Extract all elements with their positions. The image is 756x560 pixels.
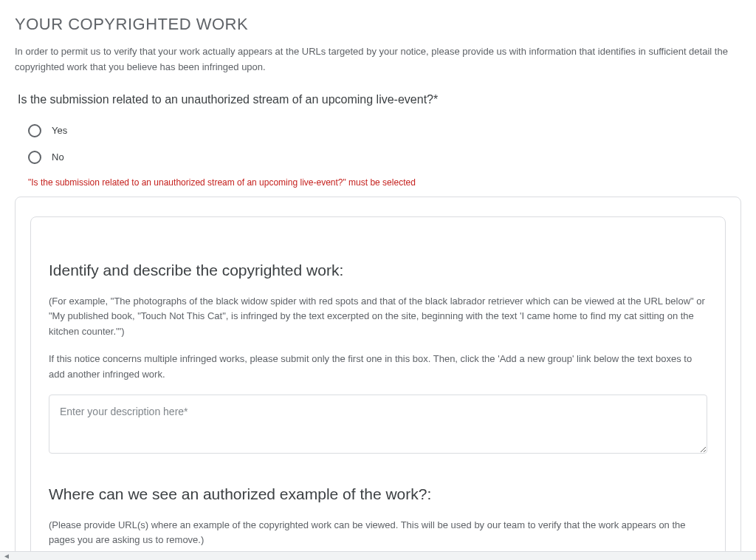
radio-circle-icon xyxy=(28,151,41,164)
scroll-left-icon: ◄ xyxy=(3,552,10,560)
live-event-question-label: Is the submission related to an unauthor… xyxy=(18,93,741,106)
live-event-radio-group: Yes No xyxy=(28,124,741,164)
description-input[interactable] xyxy=(49,395,707,454)
radio-label-yes: Yes xyxy=(52,125,67,136)
horizontal-scrollbar[interactable]: ◄ xyxy=(0,551,756,560)
inner-form-section: Identify and describe the copyrighted wo… xyxy=(30,216,726,560)
authorized-heading: Where can we see an authorized example o… xyxy=(49,485,707,503)
radio-label-no: No xyxy=(52,151,64,163)
radio-option-yes[interactable]: Yes xyxy=(28,124,741,137)
intro-text: In order to permit us to verify that you… xyxy=(15,44,741,75)
identify-multiple-text: If this notice concerns multiple infring… xyxy=(49,352,707,383)
authorized-helper-text: (Please provide URL(s) where an example … xyxy=(49,518,707,549)
copyrighted-work-form-section: Identify and describe the copyrighted wo… xyxy=(15,197,741,560)
identify-heading: Identify and describe the copyrighted wo… xyxy=(49,262,707,279)
radio-option-no[interactable]: No xyxy=(28,151,741,164)
identify-example-text: (For example, "The photographs of the bl… xyxy=(49,294,707,340)
validation-error-text: "Is the submission related to an unautho… xyxy=(28,177,741,188)
radio-circle-icon xyxy=(28,124,41,137)
page-title: YOUR COPYRIGHTED WORK xyxy=(15,15,741,34)
